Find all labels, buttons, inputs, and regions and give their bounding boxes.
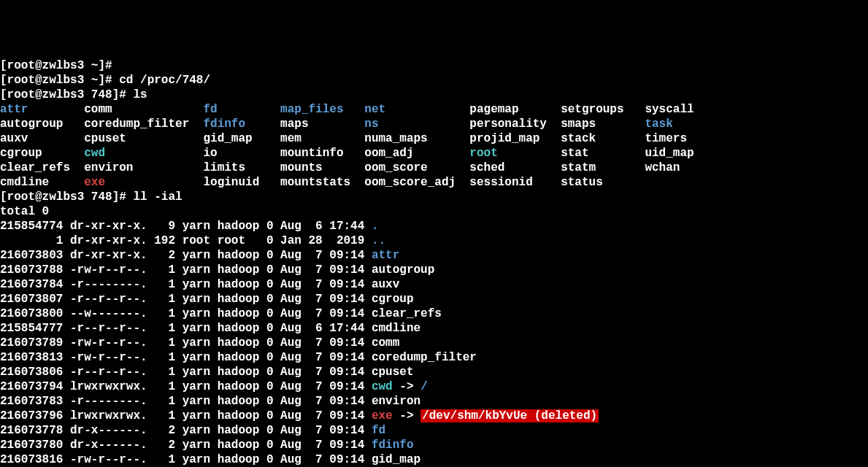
file-name: cwd (372, 380, 393, 393)
file-row: 216073789 -rw-r--r--. 1 yarn hadoop 0 Au… (0, 336, 868, 350)
ls-entry: comm (84, 103, 203, 116)
file-name: cmdline (372, 322, 420, 335)
ls-entry: status (561, 176, 645, 189)
file-row: 215854777 -r--r--r--. 1 yarn hadoop 0 Au… (0, 321, 868, 336)
file-name: auxv (372, 278, 399, 291)
ls-entry: environ (84, 161, 203, 174)
total-line: total 0 (0, 204, 868, 219)
file-name: .. (372, 234, 385, 247)
ls-entry: cmdline (0, 176, 84, 189)
file-row: 216073796 lrwxrwxrwx. 1 yarn hadoop 0 Au… (0, 409, 868, 423)
file-name: comm (372, 336, 399, 350)
file-row: 216073788 -rw-r--r--. 1 yarn hadoop 0 Au… (0, 263, 868, 277)
ls-entry: clear_refs (0, 161, 84, 174)
ls-entry: statm (561, 161, 645, 174)
ls-entry (645, 176, 701, 189)
prompt-line: [root@zwlbs3 ~]# (0, 58, 868, 73)
file-name: exe (372, 409, 393, 422)
ls-entry: auxv (0, 132, 84, 145)
ls-entry: fdinfo (203, 117, 280, 131)
ls-entry: pagemap (469, 103, 561, 116)
ls-entry: exe (84, 176, 203, 189)
terminal-output[interactable]: [root@zwlbs3 ~]#[root@zwlbs3 ~]# cd /pro… (0, 58, 868, 467)
ls-entry: limits (203, 161, 280, 174)
ls-entry: gid_map (203, 132, 280, 145)
ls-row: clear_refs environ limits mounts oom_sco… (0, 161, 868, 175)
file-name: cgroup (372, 293, 414, 306)
ls-entry: syscall (645, 103, 701, 116)
ls-entry: map_files (280, 103, 364, 116)
file-name: attr (372, 249, 399, 262)
ls-entry: maps (280, 117, 364, 131)
ls-entry: projid_map (469, 132, 561, 145)
file-row: 216073784 -r--------. 1 yarn hadoop 0 Au… (0, 277, 868, 292)
ls-row: attr comm fd map_files net pagemap setgr… (0, 102, 868, 117)
prompt-line: [root@zwlbs3 748]# ls (0, 88, 868, 102)
ls-entry: timers (645, 132, 701, 145)
ls-entry: cpuset (84, 132, 203, 145)
file-row: 216073783 -r--------. 1 yarn hadoop 0 Au… (0, 394, 868, 409)
file-row: 216073794 lrwxrwxrwx. 1 yarn hadoop 0 Au… (0, 379, 868, 394)
ls-row: cmdline exe loginuid mountstats oom_scor… (0, 175, 868, 190)
ls-entry: mountstats (280, 176, 364, 189)
ls-entry: mountinfo (280, 147, 364, 160)
ls-entry: sched (469, 161, 561, 174)
file-row: 215854774 dr-xr-xr-x. 9 yarn hadoop 0 Au… (0, 219, 868, 234)
ls-entry: mounts (280, 161, 364, 174)
link-target: / (420, 380, 428, 393)
ls-entry: wchan (645, 161, 701, 174)
ls-entry: autogroup (0, 117, 84, 131)
ls-entry: ns (364, 117, 469, 131)
ls-entry: cwd (84, 147, 203, 160)
ls-entry: net (364, 103, 469, 116)
ls-entry: root (469, 147, 561, 160)
ls-entry: uid_map (645, 147, 701, 160)
file-row: 216073806 -r--r--r--. 1 yarn hadoop 0 Au… (0, 365, 868, 379)
file-name: fdinfo (372, 439, 414, 452)
ls-entry: mem (280, 132, 364, 145)
link-target: /dev/shm/kbYvUe (deleted) (420, 409, 599, 422)
file-name: fd (372, 424, 385, 437)
file-name: gid_map (372, 453, 420, 466)
file-name: clear_refs (372, 307, 442, 320)
file-row: 216073803 dr-xr-xr-x. 2 yarn hadoop 0 Au… (0, 248, 868, 263)
file-name: coredump_filter (372, 351, 477, 364)
file-row: 216073807 -r--r--r--. 1 yarn hadoop 0 Au… (0, 292, 868, 306)
file-row: 216073778 dr-x------. 2 yarn hadoop 0 Au… (0, 423, 868, 438)
prompt-line: [root@zwlbs3 748]# ll -ial (0, 190, 868, 204)
ls-entry: io (203, 147, 280, 160)
ls-entry: fd (203, 103, 280, 116)
ls-row: auxv cpuset gid_map mem numa_maps projid… (0, 131, 868, 146)
ls-entry: oom_score (364, 161, 469, 174)
file-row: 216073813 -rw-r--r--. 1 yarn hadoop 0 Au… (0, 350, 868, 365)
ls-entry: smaps (561, 117, 645, 131)
ls-entry: sessionid (469, 176, 561, 189)
file-name: environ (372, 395, 420, 408)
ls-row: cgroup cwd io mountinfo oom_adj root sta… (0, 146, 868, 161)
ls-entry: oom_score_adj (364, 176, 469, 189)
ls-entry: task (645, 117, 701, 131)
file-row: 216073816 -rw-r--r--. 1 yarn hadoop 0 Au… (0, 452, 868, 467)
ls-entry: stat (561, 147, 645, 160)
file-row: 216073780 dr-x------. 2 yarn hadoop 0 Au… (0, 438, 868, 452)
prompt-line: [root@zwlbs3 ~]# cd /proc/748/ (0, 73, 868, 88)
file-row: 1 dr-xr-xr-x. 192 root root 0 Jan 28 201… (0, 234, 868, 248)
file-row: 216073800 --w-------. 1 yarn hadoop 0 Au… (0, 306, 868, 321)
ls-entry: coredump_filter (84, 117, 203, 131)
ls-entry: cgroup (0, 147, 84, 160)
file-name: cpuset (372, 366, 414, 379)
file-name: . (372, 220, 379, 233)
ls-entry: oom_adj (364, 147, 469, 160)
ls-entry: loginuid (203, 176, 280, 189)
file-name: autogroup (372, 263, 434, 277)
ls-entry: numa_maps (364, 132, 469, 145)
ls-entry: personality (469, 117, 561, 131)
ls-entry: attr (0, 103, 84, 116)
ls-entry: stack (561, 132, 645, 145)
ls-row: autogroup coredump_filter fdinfo maps ns… (0, 117, 868, 131)
ls-entry: setgroups (561, 103, 645, 116)
